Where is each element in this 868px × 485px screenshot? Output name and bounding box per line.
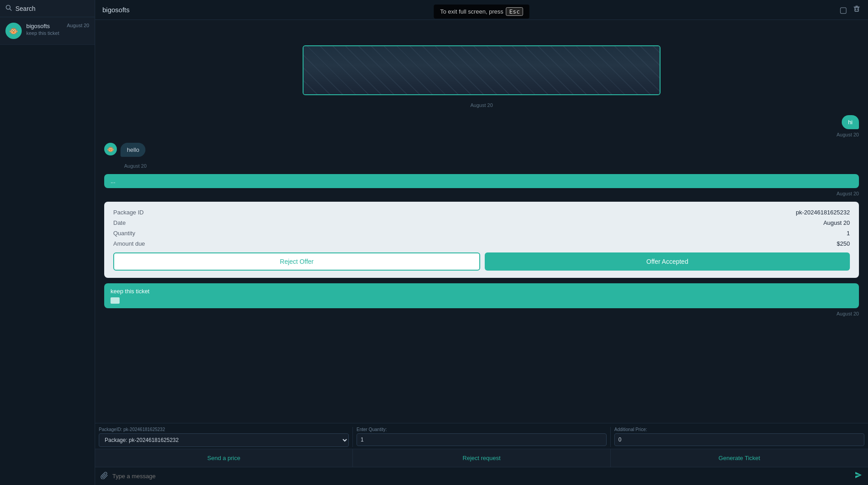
- image-message: [303, 45, 661, 95]
- quantity-row: Quantity 1: [113, 230, 850, 237]
- amount-label: Amount due: [113, 240, 145, 247]
- ticket-image: [111, 297, 120, 304]
- search-label: Search: [15, 5, 35, 12]
- send-price-button[interactable]: Send a price: [95, 449, 353, 467]
- package-select[interactable]: Package: pk-20246181625232: [99, 433, 349, 447]
- package-id-row: Package ID pk-20246181625232: [113, 209, 850, 216]
- chat-preview: keep this ticket: [26, 30, 62, 36]
- message-input[interactable]: [112, 473, 851, 480]
- incoming-avatar: 🐵: [104, 143, 117, 155]
- form-row: PackageID: pk-20246181625232 Package: pk…: [95, 423, 868, 449]
- package-id-value: pk-20246181625232: [796, 209, 850, 216]
- bottom-form: PackageID: pk-20246181625232 Package: pk…: [95, 423, 868, 485]
- quantity-input[interactable]: [357, 433, 607, 446]
- quantity-label: Quantity: [113, 230, 135, 237]
- bubble-dots-time: August 20: [836, 191, 859, 196]
- amount-value: $250: [837, 240, 850, 247]
- reject-offer-button[interactable]: Reject Offer: [113, 252, 480, 271]
- svg-rect-2: [855, 7, 858, 11]
- generate-ticket-button[interactable]: Generate Ticket: [611, 449, 868, 467]
- message-input-row: [95, 467, 868, 485]
- svg-line-1: [10, 9, 12, 11]
- search-bar[interactable]: Search: [0, 0, 95, 17]
- chat-name: bigosofts: [26, 23, 62, 29]
- date-value: August 20: [823, 219, 850, 226]
- chat-time: August 20: [67, 23, 89, 28]
- package-card: Package ID pk-20246181625232 Date August…: [104, 202, 859, 278]
- offer-accepted-button[interactable]: Offer Accepted: [485, 252, 850, 271]
- bubble-hello-wrap: 🐵 hello: [104, 143, 859, 157]
- keep-ticket-text: keep this ticket: [111, 288, 853, 295]
- additional-price-input[interactable]: [614, 433, 864, 446]
- keep-ticket-time: August 20: [836, 311, 859, 316]
- search-icon: [5, 5, 12, 12]
- date-label: Date: [113, 219, 125, 226]
- image-inner: [304, 46, 660, 94]
- reject-request-button[interactable]: Reject request: [353, 449, 611, 467]
- topbar-title: bigosofts: [102, 6, 130, 14]
- sidebar-item-bigosofts[interactable]: 🐵 bigosofts keep this ticket August 20: [0, 17, 95, 45]
- action-buttons: Send a price Reject request Generate Tic…: [95, 449, 868, 467]
- date-separator-1: August 20: [104, 102, 859, 108]
- package-select-group: PackageID: pk-20246181625232 Package: pk…: [95, 427, 353, 447]
- bubble-hello: hello: [121, 143, 145, 157]
- package-card-buttons: Reject Offer Offer Accepted: [113, 252, 850, 271]
- quantity-group: Enter Quantity:: [353, 427, 611, 447]
- chat-meta: bigosofts keep this ticket: [26, 23, 62, 36]
- quantity-value: 1: [847, 230, 850, 237]
- package-id-form-label: PackageID: pk-20246181625232: [99, 427, 349, 432]
- quantity-form-label: Enter Quantity:: [357, 427, 607, 432]
- package-id-label: Package ID: [113, 209, 144, 216]
- window-icon[interactable]: ▢: [839, 5, 847, 15]
- sidebar: Search 🐵 bigosofts keep this ticket Augu…: [0, 0, 95, 485]
- send-icon[interactable]: [854, 471, 863, 481]
- trash-icon[interactable]: [853, 5, 861, 15]
- avatar: 🐵: [5, 23, 22, 39]
- bubble-hi: hi: [842, 115, 859, 129]
- topbar-icons: ▢: [839, 5, 861, 15]
- main-panel: bigosofts ▢ To exit full screen, press E…: [95, 0, 868, 485]
- bubble-hello-time: August 20: [124, 163, 859, 169]
- amount-row: Amount due $250: [113, 240, 850, 247]
- additional-form-label: Additional Price:: [614, 427, 864, 432]
- bubble-hi-time: August 20: [836, 132, 859, 137]
- bubble-dots: ...: [104, 174, 859, 188]
- attach-icon[interactable]: [101, 471, 109, 481]
- chat-area: To exit full screen, press Esc August 20…: [95, 20, 868, 423]
- additional-price-group: Additional Price:: [611, 427, 868, 447]
- date-row: Date August 20: [113, 219, 850, 226]
- keep-ticket-bubble: keep this ticket: [104, 283, 859, 308]
